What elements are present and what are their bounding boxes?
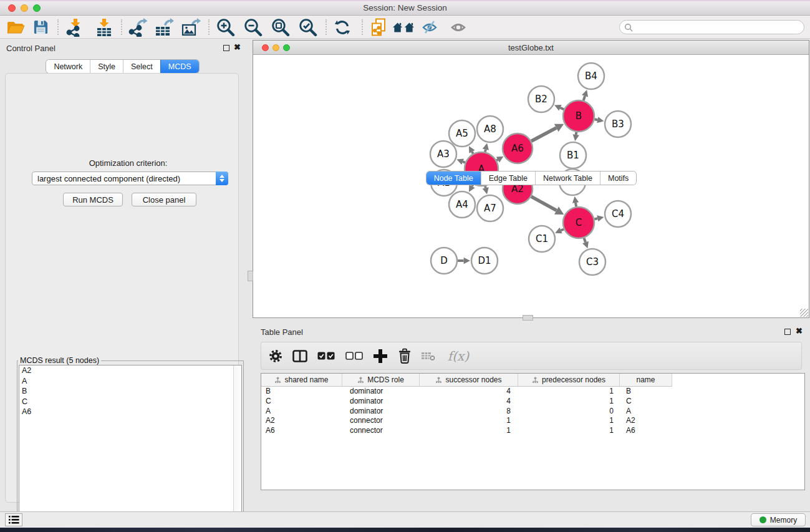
- graph-edge-A6-B[interactable]: [531, 128, 556, 141]
- table-cell[interactable]: 8: [420, 407, 518, 417]
- control-panel-close-icon[interactable]: ✖: [234, 44, 241, 51]
- table-row[interactable]: A6connector11A6: [261, 426, 804, 436]
- mcds-result-item[interactable]: A: [19, 376, 241, 387]
- run-mcds-button[interactable]: Run MCDS: [63, 193, 123, 206]
- function-builder-icon[interactable]: f(x): [444, 347, 473, 365]
- graph-edge-B-B4[interactable]: [584, 96, 585, 100]
- delete-table-icon[interactable]: [420, 347, 438, 365]
- save-session-icon[interactable]: [30, 17, 51, 37]
- table-cell[interactable]: A: [261, 407, 342, 417]
- panel-splitter-handle[interactable]: [523, 315, 533, 321]
- zoom-selected-icon[interactable]: [297, 17, 318, 37]
- table-cell[interactable]: 1: [518, 426, 620, 436]
- zoom-fit-icon[interactable]: [269, 17, 291, 37]
- table-cell[interactable]: connector: [342, 416, 420, 426]
- table-row[interactable]: Cdominator41C: [261, 397, 804, 407]
- graph-edge-B-B2[interactable]: [560, 108, 564, 110]
- tab-network-table[interactable]: Network Table: [535, 172, 600, 185]
- mcds-result-item[interactable]: A2: [19, 365, 241, 376]
- table-cell[interactable]: A: [620, 407, 672, 417]
- hide-graphics-details-icon[interactable]: [420, 17, 441, 37]
- split-view-icon[interactable]: [291, 347, 309, 365]
- graph-edge-B-B1[interactable]: [576, 132, 577, 135]
- table-cell[interactable]: A6: [261, 426, 342, 436]
- tab-motifs[interactable]: Motifs: [600, 172, 636, 185]
- table-cell[interactable]: B: [261, 387, 342, 397]
- table-row[interactable]: Adominator80A: [261, 407, 804, 417]
- tab-network[interactable]: Network: [46, 60, 90, 73]
- table-cell[interactable]: 1: [518, 397, 620, 407]
- tab-edge-table[interactable]: Edge Table: [481, 172, 535, 185]
- table-cell[interactable]: 1: [518, 416, 620, 426]
- table-cell[interactable]: 0: [518, 407, 620, 417]
- table-cell[interactable]: dominator: [342, 387, 420, 397]
- close-panel-button[interactable]: Close panel: [132, 193, 196, 206]
- home-icon[interactable]: [393, 17, 414, 37]
- graph-edge-A-A8[interactable]: [485, 150, 486, 152]
- optimization-criterion-select[interactable]: largest connected component (directed): [32, 172, 228, 185]
- graph-edge-C-C1[interactable]: [561, 229, 564, 230]
- table-cell[interactable]: 1: [420, 416, 518, 426]
- graph-edge-A2-C[interactable]: [531, 196, 557, 210]
- table-cell[interactable]: 1: [518, 387, 620, 397]
- mcds-result-item[interactable]: B: [19, 386, 241, 397]
- table-cell[interactable]: connector: [342, 426, 420, 436]
- open-file-icon[interactable]: [5, 17, 26, 37]
- export-network-icon[interactable]: [127, 17, 148, 37]
- column-header-MCDS-role[interactable]: MCDS role: [342, 374, 420, 387]
- table-cell[interactable]: 4: [420, 397, 518, 407]
- deselect-all-icon[interactable]: [343, 347, 365, 365]
- table-cell[interactable]: 1: [420, 426, 518, 436]
- tab-select[interactable]: Select: [123, 60, 160, 73]
- table-cell[interactable]: C: [261, 397, 342, 407]
- import-table-icon[interactable]: [94, 17, 115, 37]
- zoom-out-icon[interactable]: [242, 17, 263, 37]
- export-table-icon[interactable]: [153, 17, 175, 37]
- graph-edge-A-A4[interactable]: [472, 185, 473, 186]
- table-cell[interactable]: A2: [261, 416, 342, 426]
- graph-edge-A-A5[interactable]: [472, 152, 473, 153]
- mcds-result-item[interactable]: C: [19, 397, 241, 407]
- export-image-icon[interactable]: [180, 17, 201, 37]
- refresh-icon[interactable]: [332, 17, 353, 37]
- column-header-name[interactable]: name: [620, 374, 672, 387]
- column-header-predecessor-nodes[interactable]: predecessor nodes: [518, 374, 620, 387]
- tab-style[interactable]: Style: [90, 60, 123, 73]
- panel-splitter-handle[interactable]: [248, 271, 253, 281]
- table-settings-icon[interactable]: [266, 347, 285, 365]
- graph-edge-A-A6[interactable]: [496, 160, 498, 160]
- task-history-button[interactable]: [5, 513, 22, 526]
- delete-column-icon[interactable]: [395, 347, 414, 365]
- new-network-from-selection-icon[interactable]: [368, 17, 389, 37]
- table-panel-close-icon[interactable]: ✖: [796, 328, 803, 334]
- table-cell[interactable]: B: [620, 387, 672, 397]
- graph-edge-C-C4[interactable]: [594, 218, 597, 219]
- graph-edge-A-A7[interactable]: [485, 186, 486, 188]
- table-cell[interactable]: A6: [620, 426, 672, 436]
- graph-edge-B-B3[interactable]: [594, 119, 597, 120]
- graph-edge-C-C3[interactable]: [584, 238, 586, 243]
- graph-edge-C-C2[interactable]: [576, 203, 576, 206]
- network-canvas[interactable]: B4B2BB3A5A8A6A3B1AA1C2A2A4A7C4CC1C3DD1: [253, 55, 809, 317]
- network-window-titlebar[interactable]: testGlobe.txt: [253, 41, 809, 55]
- column-header-shared-name[interactable]: shared name: [261, 374, 342, 387]
- tab-mcds[interactable]: MCDS: [160, 60, 199, 73]
- graph-edge-A-A3[interactable]: [463, 162, 465, 163]
- table-panel-float-icon[interactable]: [784, 329, 791, 335]
- table-cell[interactable]: 4: [420, 387, 518, 397]
- table-cell[interactable]: C: [620, 397, 672, 407]
- table-row[interactable]: A2connector11A2: [261, 416, 804, 426]
- memory-button[interactable]: Memory: [751, 513, 806, 526]
- table-cell[interactable]: A2: [620, 416, 672, 426]
- mcds-list-scrollbar[interactable]: [233, 365, 241, 532]
- table-cell[interactable]: dominator: [342, 407, 420, 417]
- table-row[interactable]: Bdominator41B: [261, 387, 804, 397]
- add-column-icon[interactable]: [371, 347, 390, 365]
- control-panel-float-icon[interactable]: [223, 45, 229, 51]
- import-network-icon[interactable]: [65, 17, 86, 37]
- mcds-result-item[interactable]: A6: [19, 407, 241, 417]
- tab-node-table[interactable]: Node Table: [427, 172, 481, 185]
- mcds-result-list[interactable]: A2ABCA6: [19, 365, 242, 532]
- select-all-icon[interactable]: [315, 347, 337, 365]
- search-input[interactable]: [619, 20, 804, 34]
